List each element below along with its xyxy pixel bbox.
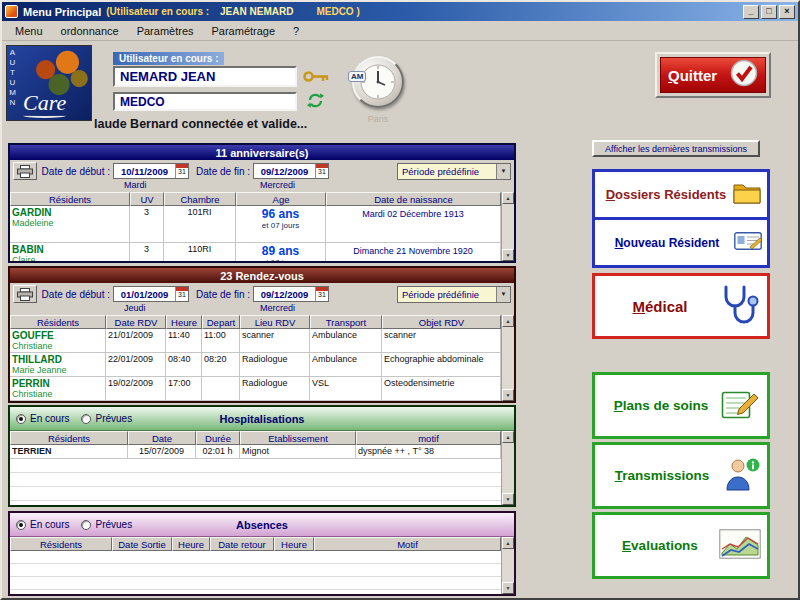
date-debut-value: 01/01/2009 [114,289,175,300]
scroll-track[interactable] [502,443,514,493]
dropdown-arrow-icon[interactable]: ▼ [496,164,510,179]
print-button[interactable] [13,285,37,303]
periode-predefinie-select[interactable]: Période prédéfinie ▼ [397,163,511,180]
date-fin-label: Date de fin : [192,289,250,300]
plans-de-soins-button[interactable]: Plans de soins [592,372,770,439]
anniversaires-header-row: Résidents UV Chambre Age Date de naissan… [10,192,501,206]
medical-button[interactable]: Médical [592,273,770,339]
menu-item-parametrage[interactable]: Paramétrage [203,23,285,39]
scroll-down-button[interactable]: ▼ [502,582,514,594]
close-button[interactable]: × [779,5,795,19]
calendar-icon[interactable]: 31 [175,164,188,178]
calendar-icon-number: 31 [176,291,188,301]
dossiers-residents-button[interactable]: Dossiers Résidents [595,172,767,217]
vertical-scrollbar[interactable]: ▲ ▼ [501,537,514,594]
cell-chambre: 101RI [164,206,236,242]
date-fin-value: 09/12/2009 [254,289,315,300]
scroll-track[interactable] [502,327,514,389]
cell-transport: VSL [310,377,382,400]
user-org-field[interactable]: MEDCO [113,92,297,111]
hospitalisations-table: Résidents Date Durée Etablissement motif… [10,431,514,505]
radio-prevues[interactable] [81,414,91,424]
scroll-down-button[interactable]: ▼ [502,249,514,261]
absences-table: Résidents Date Sortie Heure Date retour … [10,537,514,594]
key-icon[interactable] [303,69,329,87]
col-heure-sortie: Heure [172,537,210,551]
calendar-icon-number: 31 [176,168,188,178]
radio-dot [19,417,23,421]
scroll-down-button[interactable]: ▼ [502,493,514,505]
vertical-scrollbar[interactable]: ▲ ▼ [501,192,514,261]
dossiers-residents-label: Dossiers Résidents [600,187,732,202]
minimize-button[interactable]: _ [743,5,759,19]
cell-duree: 02:01 h [196,445,240,458]
date-debut-field[interactable]: 10/11/2009 31 [113,163,189,179]
calendar-icon[interactable]: 31 [175,287,188,301]
cell-objet: Osteodensimetrie [382,377,501,400]
anniversaire-row[interactable]: GARDIN Madeleine 3 101RI 96 ans et 07 jo… [10,206,501,243]
absences-body [10,551,501,594]
anniversaire-row[interactable]: BABIN Claire 3 110RI 89 ans et 18 jours … [10,243,501,261]
panel-absences: Absences En cours Prévues Résidents Date… [8,511,516,596]
person-info-icon [723,457,761,495]
col-date-rdv: Date RDV [106,315,166,329]
hospitalisations-body: TERRIEN 15/07/2009 02:01 h Mignot dyspné… [10,445,501,505]
calendar-icon[interactable]: 31 [315,164,328,178]
menu-item-ordonnance[interactable]: ordonnance [52,23,128,39]
print-button[interactable] [13,162,37,180]
main-window: Menu Principal (Utilisateur en cours : J… [0,0,800,600]
menu-item-help[interactable]: ? [284,23,308,39]
age-detail: et 18 jours [238,258,323,261]
empty-row [10,564,501,577]
hospitalisation-row[interactable]: TERRIEN 15/07/2009 02:01 h Mignot dyspné… [10,445,501,459]
scroll-track[interactable] [502,549,514,582]
refresh-icon[interactable] [307,92,324,113]
vertical-scrollbar[interactable]: ▲ ▼ [501,431,514,505]
col-depart: Depart [202,315,240,329]
afficher-transmissions-button[interactable]: Afficher les dernières transmissions [592,140,760,157]
radio-en-cours[interactable] [16,414,26,424]
resident-nom: PERRIN [12,378,103,389]
nouveau-resident-button[interactable]: Nouveau Résident [595,217,767,265]
menu-item-menu[interactable]: Menu [6,23,52,39]
rendezvous-row[interactable]: THILLARD Marie Jeanne 22/01/2009 08:40 0… [10,353,501,377]
transmissions-button[interactable]: Transmissions [592,442,770,509]
cell-resident: GARDIN Madeleine [10,206,130,242]
date-fin-field[interactable]: 09/12/2009 31 [253,163,329,179]
user-name-field[interactable]: NEMARD JEAN [113,66,297,87]
vertical-scrollbar[interactable]: ▲ ▼ [501,315,514,401]
menubar: Menu ordonnance Paramètres Paramétrage ? [2,21,798,41]
scroll-track[interactable] [502,204,514,249]
cell-naissance: Dimanche 21 Novembre 1920 [326,243,501,261]
panel-rendezvous: 23 Rendez-vous Date de début : 01/01/200… [8,266,516,403]
calendar-icon-number: 31 [316,168,328,178]
scroll-down-button[interactable]: ▼ [502,389,514,401]
radio-en-cours[interactable] [16,520,26,530]
scroll-up-button[interactable]: ▲ [502,537,514,549]
main-content: AUTUMN Care Utilisateur en cours : NEMAR… [2,41,798,598]
date-fin-field[interactable]: 09/12/2009 31 [253,286,329,302]
rendezvous-grid: Résidents Date RDV Heure Depart Lieu RDV… [10,315,501,401]
periode-predefinie-select[interactable]: Période prédéfinie ▼ [397,286,511,303]
date-debut-day: Jeudi [124,303,146,313]
scroll-up-button[interactable]: ▲ [502,431,514,443]
rendezvous-row[interactable]: GOUFFE Christiane 21/01/2009 11:40 11:00… [10,329,501,353]
radio-prevues[interactable] [81,520,91,530]
scroll-up-button[interactable]: ▲ [502,192,514,204]
col-residents: Résidents [10,537,112,551]
hospitalisations-band: Hospitalisations En cours Prévues [10,407,514,431]
menu-item-parametres[interactable]: Paramètres [128,23,203,39]
quit-button[interactable]: Quitter [660,57,766,93]
date-debut-field[interactable]: 01/01/2009 31 [113,286,189,302]
cell-motif: dyspnée ++ , T° 38 [356,445,501,458]
calendar-icon[interactable]: 31 [315,287,328,301]
evaluations-button[interactable]: Evaluations [592,512,770,579]
cell-etablissement: Mignot [240,445,356,458]
dropdown-arrow-icon[interactable]: ▼ [496,287,510,302]
rendezvous-row[interactable]: PERRIN Christiane 19/02/2009 17:00 Radio… [10,377,501,401]
empty-row [10,577,501,590]
restore-button[interactable]: □ [761,5,777,19]
nouveau-resident-label: Nouveau Résident [600,236,734,250]
radio-dot [19,523,23,527]
scroll-up-button[interactable]: ▲ [502,315,514,327]
